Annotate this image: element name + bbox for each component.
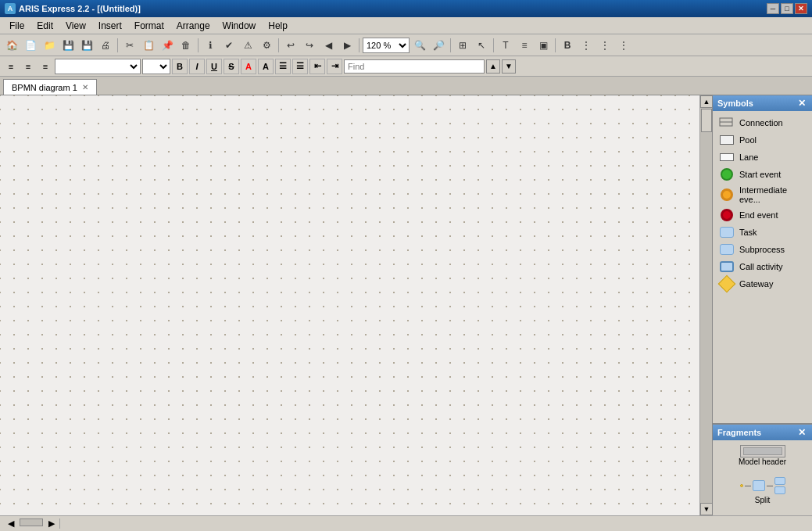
close-button[interactable]: ✕ bbox=[795, 3, 807, 14]
align-center-btn[interactable]: ≡ bbox=[20, 59, 36, 74]
forward-button[interactable]: ▶ bbox=[338, 37, 356, 54]
find-next-button[interactable]: ▼ bbox=[502, 59, 516, 74]
canvas-container[interactable] bbox=[0, 95, 699, 515]
align-right-btn[interactable]: ≡ bbox=[38, 59, 53, 74]
more2[interactable]: ⋮ bbox=[596, 37, 613, 54]
more3[interactable]: ⋮ bbox=[615, 37, 632, 54]
home-button[interactable]: 🏠 bbox=[3, 37, 20, 54]
symbol-intermediate-event[interactable]: Intermediate eve... bbox=[713, 183, 812, 206]
split-box-bottom bbox=[774, 486, 785, 494]
symbol-subprocess[interactable]: Subprocess bbox=[713, 241, 812, 258]
symbol-lane[interactable]: Lane bbox=[713, 149, 812, 166]
settings-button[interactable]: ⚙ bbox=[258, 37, 275, 54]
grid-button[interactable]: ⊞ bbox=[454, 37, 471, 54]
symbol-pool-label: Pool bbox=[739, 135, 757, 145]
scroll-up-button[interactable]: ▲ bbox=[700, 95, 713, 108]
numbered-list-button[interactable]: ☰ bbox=[292, 59, 308, 74]
validate-button[interactable]: ✔ bbox=[220, 37, 238, 54]
cut-button[interactable]: ✂ bbox=[121, 37, 138, 54]
canvas-vscrollbar[interactable]: ▲ ▼ bbox=[699, 95, 712, 515]
minimize-button[interactable]: ─ bbox=[767, 3, 779, 14]
font-name-select[interactable] bbox=[55, 59, 141, 74]
symbol-connection[interactable]: Connection bbox=[713, 114, 812, 131]
menu-view[interactable]: View bbox=[59, 19, 92, 33]
paste-button[interactable]: 📌 bbox=[159, 37, 176, 54]
save-button[interactable]: 💾 bbox=[59, 37, 77, 54]
maximize-button[interactable]: □ bbox=[781, 3, 793, 14]
print-button[interactable]: 🖨 bbox=[97, 37, 114, 54]
highlight-button[interactable]: A bbox=[258, 59, 274, 74]
symbol-gateway[interactable]: Gateway bbox=[713, 275, 812, 292]
app-icon: A bbox=[5, 3, 16, 14]
font-color-button[interactable]: A bbox=[241, 59, 256, 74]
menu-insert[interactable]: Insert bbox=[92, 19, 128, 33]
separator-1 bbox=[117, 38, 118, 52]
symbol-task[interactable]: Task bbox=[713, 224, 812, 241]
copy-button[interactable]: 📋 bbox=[140, 37, 157, 54]
call-activity-icon bbox=[719, 260, 735, 273]
symbols-panel-close[interactable]: ✕ bbox=[796, 98, 807, 109]
symbol-pool[interactable]: Pool bbox=[713, 131, 812, 149]
fragments-panel-close[interactable]: ✕ bbox=[796, 427, 807, 438]
canvas[interactable] bbox=[0, 95, 699, 515]
fragment-split-label: Split bbox=[755, 496, 770, 504]
diagram-tab[interactable]: BPMN diagram 1 ✕ bbox=[3, 79, 97, 95]
zoom-select[interactable]: 50 % 75 % 100 % 120 % 150 % 200 % bbox=[363, 38, 410, 53]
separator-7 bbox=[555, 38, 556, 52]
zoom-out-button[interactable]: 🔍 bbox=[411, 37, 428, 54]
menu-window[interactable]: Window bbox=[216, 19, 263, 33]
error-button[interactable]: ⚠ bbox=[239, 37, 256, 54]
menu-format[interactable]: Format bbox=[128, 19, 170, 33]
start-event-icon bbox=[719, 168, 735, 181]
menu-edit[interactable]: Edit bbox=[30, 19, 59, 33]
symbol-call-activity[interactable]: Call activity bbox=[713, 258, 812, 275]
back-button[interactable]: ◀ bbox=[320, 37, 337, 54]
pool-icon bbox=[719, 134, 735, 146]
window-controls[interactable]: ─ □ ✕ bbox=[767, 3, 807, 14]
delete-button[interactable]: 🗑 bbox=[177, 37, 195, 54]
right-panels: Symbols ✕ Connection bbox=[712, 95, 812, 515]
strikethrough-button[interactable]: S bbox=[224, 59, 239, 74]
status-scroll-right[interactable]: ▶ bbox=[48, 518, 55, 528]
symbols-panel-content: Connection Pool Lane bbox=[713, 111, 812, 423]
italic-button[interactable]: I bbox=[189, 59, 205, 74]
scroll-track[interactable] bbox=[700, 108, 712, 503]
bold-toolbar[interactable]: B bbox=[559, 37, 576, 54]
undo-button[interactable]: ↩ bbox=[282, 37, 299, 54]
align-left-btn[interactable]: ≡ bbox=[3, 59, 19, 74]
task-icon bbox=[719, 226, 735, 239]
symbol-start-event[interactable]: Start event bbox=[713, 166, 812, 183]
symbols-panel: Symbols ✕ Connection bbox=[713, 95, 812, 423]
align-left-tb[interactable]: ≡ bbox=[516, 37, 533, 54]
pointer-button[interactable]: ↖ bbox=[473, 37, 490, 54]
find-prev-button[interactable]: ▲ bbox=[486, 59, 500, 74]
info-button[interactable]: ℹ bbox=[202, 37, 219, 54]
menu-help[interactable]: Help bbox=[262, 19, 294, 33]
underline-button[interactable]: U bbox=[206, 59, 222, 74]
open-button[interactable]: 📁 bbox=[41, 37, 58, 54]
text-button[interactable]: T bbox=[497, 37, 514, 54]
menu-file[interactable]: File bbox=[3, 19, 30, 33]
title-bar: A ARIS Express 2.2 - [(Untitled)] ─ □ ✕ bbox=[0, 0, 812, 17]
more1[interactable]: ⋮ bbox=[578, 37, 595, 54]
zoom-in-button[interactable]: 🔎 bbox=[430, 37, 447, 54]
bold-button[interactable]: B bbox=[172, 59, 188, 74]
fragment-split[interactable]: Split bbox=[740, 477, 785, 504]
symbol-task-label: Task bbox=[739, 228, 757, 237]
bullet-list-button[interactable]: ☰ bbox=[275, 59, 291, 74]
indent-button[interactable]: ⇥ bbox=[327, 59, 342, 74]
save-as-button[interactable]: 💾 bbox=[78, 37, 95, 54]
scroll-down-button[interactable]: ▼ bbox=[700, 503, 713, 515]
status-scroll-left[interactable]: ◀ bbox=[8, 518, 14, 528]
scroll-thumb[interactable] bbox=[701, 109, 712, 132]
redo-button[interactable]: ↪ bbox=[301, 37, 318, 54]
fragment-model-header[interactable]: Model header bbox=[739, 445, 786, 466]
menu-arrange[interactable]: Arrange bbox=[170, 19, 216, 33]
tab-close-button[interactable]: ✕ bbox=[82, 83, 88, 91]
find-input[interactable] bbox=[344, 59, 485, 74]
fill-button[interactable]: ▣ bbox=[535, 37, 552, 54]
new-button[interactable]: 📄 bbox=[22, 37, 39, 54]
outdent-button[interactable]: ⇤ bbox=[309, 59, 325, 74]
font-size-select[interactable] bbox=[142, 59, 170, 74]
symbol-end-event[interactable]: End event bbox=[713, 206, 812, 224]
